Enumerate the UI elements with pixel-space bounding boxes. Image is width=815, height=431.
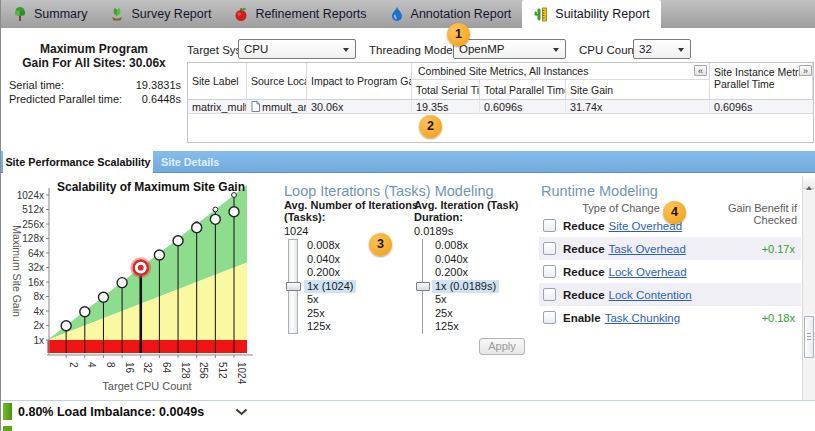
enable-task-chunking-checkbox[interactable] [543, 311, 556, 324]
reduce-lock-contention-checkbox[interactable] [543, 288, 556, 301]
slider-option[interactable]: 0.040x [432, 253, 499, 267]
scrollbar-thumb[interactable] [804, 316, 814, 358]
dropdown-value: OpenMP [459, 43, 504, 55]
svg-text:128x: 128x [22, 233, 44, 244]
cell-site-gain: 31.74x [566, 100, 710, 114]
tab-survey-report[interactable]: Survey Report [98, 0, 222, 28]
predicted-parallel-time-label: Predicted Parallel time: [9, 93, 122, 106]
task-chunking-link[interactable]: Task Chunking [605, 312, 680, 324]
tab-annotation-report[interactable]: Annotation Report [378, 0, 523, 28]
partial-next-row-icon [3, 426, 12, 431]
lock-overhead-link[interactable]: Lock Overhead [609, 266, 687, 278]
slider-option[interactable]: 0.008x [432, 239, 499, 253]
tab-label: Annotation Report [411, 7, 512, 21]
column-header-impact[interactable]: Impact to Program Gain [307, 63, 412, 99]
load-imbalance-text: 0.80% Load Imbalance: 0.0049s [18, 404, 204, 421]
load-imbalance-bar-icon [3, 403, 12, 420]
runtime-row-task-overhead: Reduce Task Overhead +0.17x [539, 237, 801, 260]
duration-slider-label: Avg. Iteration (Task) Duration: [414, 200, 519, 223]
svg-text:512: 512 [217, 362, 228, 379]
slider-option[interactable]: 125x [432, 320, 499, 334]
chevron-down-icon [553, 48, 559, 52]
svg-text:4: 4 [86, 362, 97, 368]
tab-site-performance-scalability[interactable]: Site Performance Scalability [3, 151, 153, 173]
iterations-slider-label: Avg. Number of Iterations (Tasks): [284, 200, 418, 223]
svg-text:16: 16 [124, 362, 135, 374]
column-header-site-gain[interactable]: Site Gain [566, 80, 710, 99]
slider-option[interactable]: 0.040x [304, 253, 356, 267]
slider-option[interactable]: 0.008x [304, 239, 356, 253]
table-row-matrix-multiply[interactable]: matrix_multi ... mmult_ann ... 30.06x 19… [188, 99, 813, 114]
svg-text:Scalability of Maximum Site Ga: Scalability of Maximum Site Gain [57, 180, 245, 194]
slider-option[interactable]: 0.200x [432, 266, 499, 280]
collapse-columns-button[interactable]: « [694, 65, 707, 76]
expand-chevron-icon[interactable] [235, 408, 248, 416]
plant-roots-icon [109, 6, 125, 22]
tab-site-details[interactable]: Site Details [161, 151, 219, 173]
water-drop-icon [389, 6, 405, 22]
svg-text:1024x: 1024x [17, 190, 44, 201]
apple-icon [233, 6, 249, 22]
slider-option[interactable]: 1x (0.0189s) [432, 280, 499, 294]
svg-text:1024: 1024 [236, 362, 247, 385]
column-header-site-label[interactable]: Site Label [188, 63, 247, 99]
max-program-gain-title: Maximum Program Gain For All Sites: 30.0… [1, 42, 187, 70]
svg-text:32: 32 [142, 362, 153, 374]
cell-total-serial-time: 19.35s [412, 100, 480, 114]
expand-columns-button[interactable]: » [799, 65, 812, 76]
tab-summary[interactable]: Summary [1, 0, 98, 28]
column-header-total-parallel-time[interactable]: Total Parallel Time [480, 80, 566, 99]
slider-option[interactable]: 25x [304, 307, 356, 321]
slider-option[interactable]: 5x [432, 293, 499, 307]
target-system-dropdown[interactable]: CPU [238, 39, 356, 59]
workflow-badge-2: 2 [419, 115, 442, 138]
slider-tick-labels: 0.008x 0.040x 0.200x 1x (0.0189s) 5x 25x… [432, 239, 499, 334]
svg-text:4x: 4x [33, 306, 44, 317]
column-header-source-location[interactable]: Source Location [247, 63, 307, 99]
svg-text:2: 2 [68, 362, 79, 368]
column-header-total-serial-time[interactable]: Total Serial Time [412, 80, 480, 99]
cpu-count-label: CPU Count: [579, 40, 640, 60]
runtime-row-lock-overhead: Reduce Lock Overhead [539, 260, 801, 283]
threading-model-dropdown[interactable]: OpenMP [453, 39, 566, 59]
slider-option[interactable]: 5x [304, 293, 356, 307]
predicted-parallel-time-value: 0.6448s [142, 93, 181, 106]
cactus-ruler-icon [533, 6, 549, 22]
tab-refinement-reports[interactable]: Refinement Reports [222, 0, 377, 28]
source-file-icon [251, 101, 260, 112]
svg-text:Maximum Site Gain: Maximum Site Gain [11, 225, 23, 317]
serial-time-row: Serial time: 19.3831s [9, 79, 181, 92]
tree-icon [12, 6, 28, 22]
cpu-count-dropdown[interactable]: 32 [633, 39, 691, 59]
lock-contention-link[interactable]: Lock Contention [609, 289, 692, 301]
workflow-badge-4: 4 [663, 201, 686, 224]
workflow-badge-1: 1 [447, 23, 470, 46]
svg-text:8: 8 [105, 362, 116, 368]
tab-label: Survey Report [131, 7, 211, 21]
gain-benefit-value: +0.18x [762, 312, 801, 324]
reduce-site-overhead-checkbox[interactable] [543, 219, 556, 232]
slider-handle[interactable] [416, 282, 430, 291]
slider-option[interactable]: 125x [304, 320, 356, 334]
svg-text:2x: 2x [33, 320, 44, 331]
iterations-slider: 0.008x 0.040x 0.200x 1x (1024) 5x 25x 12… [286, 239, 411, 335]
slider-handle[interactable] [286, 282, 301, 291]
slider-option[interactable]: 1x (1024) [304, 280, 356, 294]
svg-text:128: 128 [180, 362, 191, 379]
column-header-site-instance-metrics[interactable]: Site Instance Metrics, Parallel Time [710, 63, 813, 99]
svg-text:64: 64 [161, 362, 172, 374]
scroll-up-button[interactable] [803, 176, 815, 189]
vertical-scrollbar[interactable] [802, 176, 815, 400]
dropdown-value: CPU [244, 43, 268, 55]
group-header-combined-site-metrics: Combined Site Metrics, All Instances [412, 63, 710, 80]
dropdown-value: 32 [639, 43, 652, 55]
slider-option[interactable]: 0.200x [304, 266, 356, 280]
scalability-chart: 1x2x4x8x16x32x64x128x256x512x1024x248163… [1, 176, 271, 398]
tab-suitability-report[interactable]: Suitability Report [522, 0, 661, 28]
reduce-lock-overhead-checkbox[interactable] [543, 265, 556, 278]
reduce-task-overhead-checkbox[interactable] [543, 242, 556, 255]
task-overhead-link[interactable]: Task Overhead [609, 243, 686, 255]
slider-option[interactable]: 25x [432, 307, 499, 321]
apply-button[interactable]: Apply [479, 338, 525, 355]
duration-slider: 0.008x 0.040x 0.200x 1x (0.0189s) 5x 25x… [416, 239, 541, 335]
